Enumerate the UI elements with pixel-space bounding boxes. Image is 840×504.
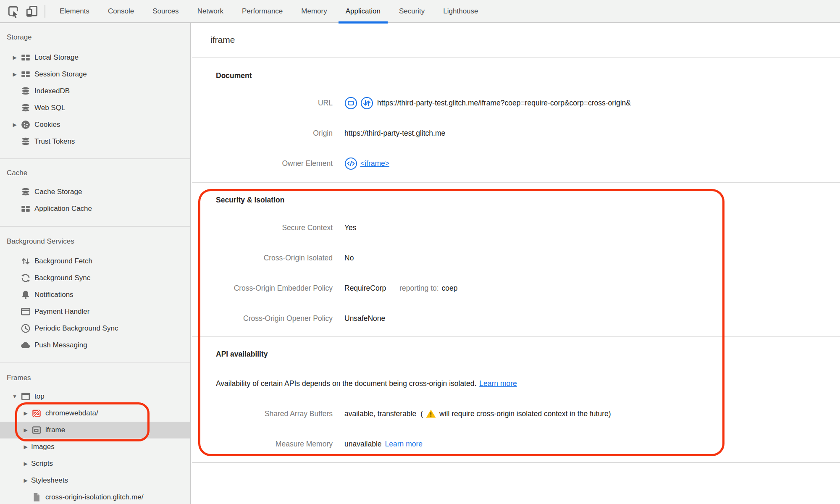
coop-label: Cross-Origin Opener Policy (192, 314, 333, 323)
owner-element-link[interactable]: <iframe> (360, 159, 389, 168)
sidebar-item-background-sync[interactable]: Background Sync (0, 270, 190, 286)
sidebar-item-label: Background Fetch (34, 257, 92, 265)
sidebar-item-label: Trust Tokens (34, 137, 75, 146)
tab-security[interactable]: Security (390, 0, 434, 23)
sidebar-item-notifications[interactable]: Notifications (0, 286, 190, 303)
shared-array-buffers-warning: will require cross-origin isolated conte… (439, 410, 609, 418)
reveal-in-sources-icon[interactable] (344, 97, 357, 110)
sidebar-item-cache-storage[interactable]: Cache Storage (0, 184, 190, 200)
sidebar-item-session-storage[interactable]: ▶ Session Storage (0, 66, 190, 83)
inspect-element-button[interactable] (4, 0, 23, 23)
sidebar-item-cookies[interactable]: ▶ Cookies (0, 116, 190, 133)
row-url: URL https://third-party-test.glitch.me/i… (192, 88, 840, 118)
frame-tree-item-cross-origin-isolation[interactable]: cross-origin-isolation.glitch.me/ (0, 489, 190, 504)
sidebar-item-local-storage[interactable]: ▶ Local Storage (0, 49, 190, 66)
sidebar-item-label: Payment Handler (34, 307, 89, 316)
code-brackets-icon[interactable] (344, 157, 357, 170)
section-divider (192, 182, 840, 183)
table-icon (20, 203, 31, 214)
sidebar-item-periodic-background-sync[interactable]: Periodic Background Sync (0, 320, 190, 337)
chevron-right-icon[interactable]: ▶ (9, 55, 20, 60)
page-icon (31, 492, 42, 503)
frame-tree-item-scripts[interactable]: ▶ Scripts (0, 455, 190, 472)
application-sidebar: Storage ▶ Local Storage ▶ Session Storag… (0, 23, 191, 504)
frame-tree-label: cross-origin-isolation.glitch.me/ (45, 493, 143, 501)
chevron-right-icon[interactable]: ▶ (9, 122, 20, 128)
section-cache: Cache Cache Storage Application Cache (0, 159, 190, 227)
tab-memory[interactable]: Memory (292, 0, 336, 23)
row-measure-memory: Measure Memory unavailable Learn more (192, 429, 840, 459)
clock-icon (20, 323, 31, 334)
chevron-right-icon[interactable]: ▶ (20, 410, 31, 416)
sidebar-item-trust-tokens[interactable]: Trust Tokens (0, 133, 190, 150)
api-description-text: Availability of certain APIs depends on … (216, 379, 476, 388)
origin-value: https://third-party-test.glitch.me (344, 129, 445, 138)
coop-value: UnsafeNone (344, 314, 385, 323)
tab-console[interactable]: Console (99, 0, 143, 23)
api-learn-more-link[interactable]: Learn more (479, 379, 517, 388)
warning-triangle-icon (425, 408, 436, 419)
toolbar-separator (45, 5, 45, 18)
background-services-section-title: Background Services (0, 233, 190, 250)
table-icon (20, 52, 31, 63)
row-shared-array-buffers: Shared Array Buffers available, transfer… (192, 399, 840, 429)
paren-close: ) (609, 410, 611, 418)
secure-context-value: Yes (344, 223, 357, 232)
storage-section-title: Storage (0, 29, 190, 46)
cookie-icon (20, 119, 31, 130)
tab-sources[interactable]: Sources (143, 0, 188, 23)
shared-array-buffers-label: Shared Array Buffers (192, 410, 333, 418)
frame-tree-item-stylesheets[interactable]: ▶ Stylesheets (0, 472, 190, 489)
chevron-right-icon[interactable]: ▶ (9, 71, 20, 77)
row-coop: Cross-Origin Opener Policy UnsafeNone (192, 303, 840, 333)
sidebar-item-label: Cache Storage (34, 188, 82, 196)
sidebar-item-payment-handler[interactable]: Payment Handler (0, 303, 190, 320)
frame-tree-item-iframe[interactable]: ▶ iframe (0, 422, 190, 438)
frame-tree-item-chromewebdata[interactable]: ▶ chromewebdata/ (0, 405, 190, 422)
reveal-in-network-icon[interactable] (360, 97, 373, 110)
credit-card-icon (20, 306, 31, 317)
chevron-right-icon[interactable]: ▶ (20, 478, 31, 483)
coep-value: RequireCorp (344, 284, 386, 293)
tab-elements[interactable]: Elements (50, 0, 99, 23)
frame-tree-item-top[interactable]: ▼ top (0, 388, 190, 405)
database-icon (20, 136, 31, 147)
frame-window-icon (20, 391, 31, 402)
sidebar-item-label: Session Storage (34, 70, 87, 79)
measure-memory-learn-more-link[interactable]: Learn more (385, 440, 423, 449)
tab-network[interactable]: Network (188, 0, 233, 23)
measure-memory-label: Measure Memory (192, 440, 333, 449)
chevron-right-icon[interactable]: ▶ (20, 427, 31, 433)
row-origin: Origin https://third-party-test.glitch.m… (192, 118, 840, 148)
devtools-tabbar: Elements Console Sources Network Perform… (0, 0, 840, 23)
cross-origin-isolated-label: Cross-Origin Isolated (192, 254, 333, 262)
chevron-right-icon[interactable]: ▶ (20, 461, 31, 467)
chevron-down-icon[interactable]: ▼ (9, 394, 20, 399)
row-secure-context: Secure Context Yes (192, 213, 840, 243)
frame-tree-item-images[interactable]: ▶ Images (0, 438, 190, 455)
sidebar-item-indexeddb[interactable]: IndexedDB (0, 83, 190, 100)
url-label: URL (192, 99, 333, 108)
sidebar-item-web-sql[interactable]: Web SQL (0, 100, 190, 116)
section-storage: Storage ▶ Local Storage ▶ Session Storag… (0, 23, 190, 159)
tab-application[interactable]: Application (336, 0, 390, 23)
row-coep: Cross-Origin Embedder Policy RequireCorp… (192, 273, 840, 303)
chevron-right-icon[interactable]: ▶ (20, 444, 31, 450)
tab-lighthouse[interactable]: Lighthouse (434, 0, 487, 23)
coep-reporting-label: reporting to: (399, 284, 438, 293)
row-cross-origin-isolated: Cross-Origin Isolated No (192, 243, 840, 273)
device-toolbar-button[interactable] (23, 0, 41, 23)
paren-open: ( (420, 410, 423, 418)
tab-performance[interactable]: Performance (233, 0, 292, 23)
frame-tree-label: top (34, 392, 45, 401)
cloud-icon (20, 340, 31, 351)
frame-details-panel: iframe Document URL https://third-party-… (192, 23, 840, 504)
sidebar-item-application-cache[interactable]: Application Cache (0, 200, 190, 217)
sidebar-item-background-fetch[interactable]: Background Fetch (0, 253, 190, 270)
database-icon (20, 186, 31, 197)
sidebar-item-label: Push Messaging (34, 341, 87, 349)
table-icon (20, 69, 31, 80)
sidebar-item-push-messaging[interactable]: Push Messaging (0, 337, 190, 354)
api-availability-description: Availability of certain APIs depends on … (192, 368, 840, 399)
origin-label: Origin (192, 129, 333, 138)
